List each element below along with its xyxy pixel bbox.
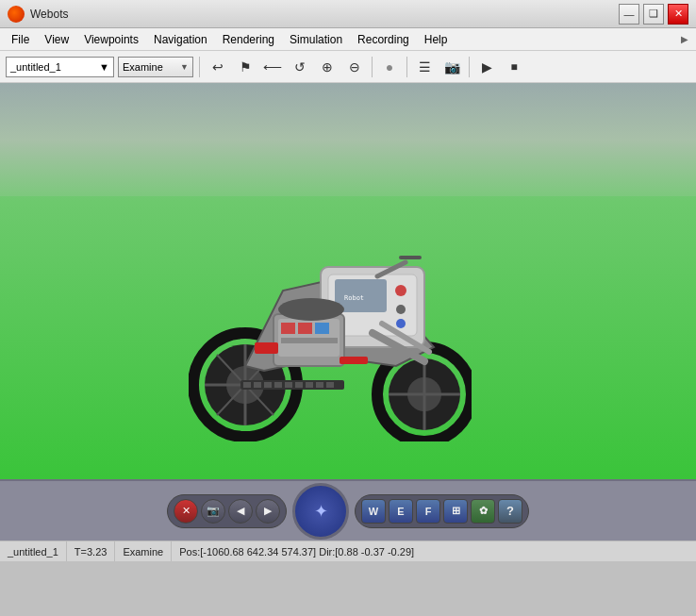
title-text: Webots [30,8,68,21]
zoom-in-button[interactable]: ⊕ [315,56,340,78]
close-button[interactable]: ✕ [668,4,688,25]
nav-compass[interactable] [292,483,349,540]
svg-rect-31 [255,342,278,354]
status-mode: Examine [115,541,172,561]
toolbar-buttons: ↩⚑⟵↺⊕⊖●☰📷▶■ [206,56,526,78]
svg-rect-36 [264,382,272,388]
svg-rect-38 [285,382,292,388]
status-position-label: Pos:[-1060.68 642.34 574.37] Dir:[0.88 -… [179,546,414,558]
svg-point-18 [396,305,406,314]
app-icon [8,6,25,23]
svg-rect-24 [315,323,329,334]
svg-rect-35 [254,382,261,388]
svg-rect-42 [326,382,334,388]
zoom-out-button[interactable]: ⊖ [342,56,367,78]
robot-model: Robot [189,177,472,441]
title-bar-controls: — ❑ ✕ [619,4,688,25]
svg-rect-34 [243,382,251,388]
toolbar-sep-3 [406,57,407,77]
svg-rect-22 [281,323,295,334]
status-time: T=3.23 [67,541,116,561]
toolbar-sep-4 [469,57,470,77]
svg-rect-41 [316,382,323,388]
stop-button[interactable]: ■ [502,56,526,78]
record-button[interactable]: ● [377,56,402,78]
menu-item-viewpoints[interactable]: Viewpoints [76,31,146,48]
nav-controls: ✕📷◀▶ WEF⊞✿? [167,483,529,540]
nav-e[interactable]: E [389,499,413,524]
menu-bar: FileViewViewpointsNavigationRenderingSim… [0,28,696,51]
menu-item-simulation[interactable]: Simulation [282,31,350,48]
scene-selector[interactable]: _untitled_1 ▼ [6,57,114,77]
nav-close[interactable]: ✕ [174,499,198,524]
nav-camera[interactable]: 📷 [201,499,225,524]
menu-item-help[interactable]: Help [417,31,456,48]
menu-item-view[interactable]: View [37,31,76,48]
nav-left[interactable]: ◀ [228,499,253,524]
view-display[interactable]: Examine ▼ [118,57,193,77]
undo-button[interactable]: ↺ [288,56,312,78]
status-bar: _untitled_1 T=3.23 Examine Pos:[-1060.68… [0,541,696,561]
svg-rect-37 [274,382,282,388]
nav-flower[interactable]: ✿ [471,499,495,524]
menu-item-recording[interactable]: Recording [350,31,417,48]
nav-right[interactable]: ▶ [256,499,280,524]
play-button[interactable]: ▶ [474,56,499,78]
svg-rect-40 [306,382,313,388]
menu-item-file[interactable]: File [4,31,37,48]
menu-item-rendering[interactable]: Rendering [215,31,282,48]
nav-grid[interactable]: ⊞ [443,499,468,524]
title-bar-left: Webots [8,6,68,23]
nav-right-group: WEF⊞✿? [355,494,529,528]
menu-overflow: ▶ [677,34,692,44]
scene-display[interactable]: _untitled_1 ▼ [6,57,114,77]
maximize-button[interactable]: ❑ [643,4,664,25]
status-time-label: T=3.23 [75,546,108,558]
robot-svg: Robot [189,177,472,441]
svg-rect-25 [281,338,338,343]
svg-rect-39 [295,382,303,388]
svg-rect-23 [298,323,312,334]
toolbar: _untitled_1 ▼ Examine ▼ ↩⚑⟵↺⊕⊖●☰📷▶■ [0,51,696,83]
svg-text:Robot: Robot [344,294,364,302]
scene-arrow: ▼ [99,61,109,73]
revert-button[interactable]: ↩ [206,56,230,78]
view-arrow: ▼ [180,62,189,72]
menu-item-navigation[interactable]: Navigation [146,31,215,48]
nav-w[interactable]: W [361,499,386,524]
bookmark-button[interactable]: ⚑ [233,56,257,78]
view-selector[interactable]: Examine ▼ [118,57,193,77]
minimize-button[interactable]: — [619,4,639,25]
svg-point-17 [395,285,406,296]
nav-panel: ✕📷◀▶ WEF⊞✿? [0,479,696,541]
status-scene: _untitled_1 [0,541,67,561]
toolbar-sep-1 [199,57,200,77]
svg-point-30 [278,298,344,321]
title-bar: Webots — ❑ ✕ [0,0,696,28]
status-scene-label: _untitled_1 [8,546,58,558]
scene-value: _untitled_1 [10,61,61,73]
nav-help[interactable]: ? [498,499,522,524]
viewport[interactable]: Robot [0,83,696,479]
svg-point-19 [396,319,406,328]
toolbar-sep-2 [372,57,373,77]
view-value: Examine [123,61,163,73]
status-mode-label: Examine [123,546,163,558]
screenshot-button[interactable]: 📷 [439,56,464,78]
status-position: Pos:[-1060.68 642.34 574.37] Dir:[0.88 -… [172,541,696,561]
back-button[interactable]: ⟵ [260,56,285,78]
svg-rect-32 [340,357,368,364]
nav-f[interactable]: F [416,499,440,524]
nav-left-group: ✕📷◀▶ [167,494,287,528]
scene-tree-button[interactable]: ☰ [412,56,437,78]
